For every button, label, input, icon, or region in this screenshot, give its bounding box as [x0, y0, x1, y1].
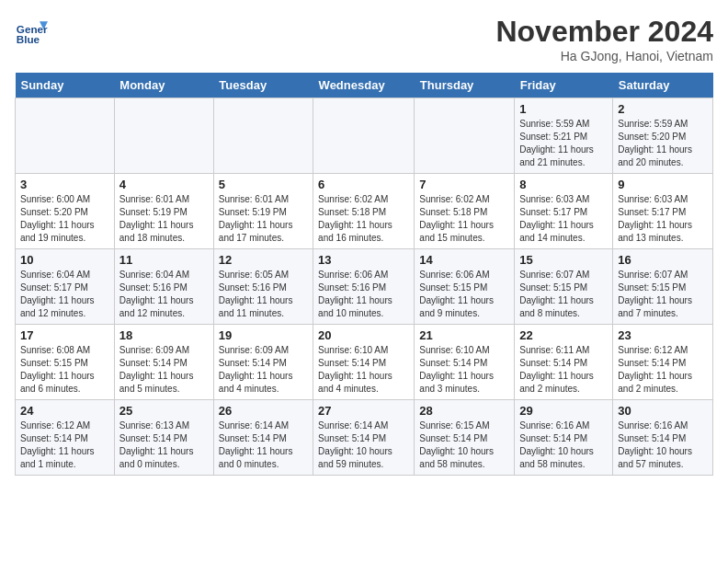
logo: General Blue: [15, 15, 48, 48]
day-info: Sunrise: 6:01 AM Sunset: 5:19 PM Dayligh…: [219, 193, 308, 245]
day-number: 9: [618, 178, 708, 191]
calendar-cell: 12Sunrise: 6:05 AM Sunset: 5:16 PM Dayli…: [213, 249, 313, 325]
day-number: 15: [519, 253, 608, 267]
day-info: Sunrise: 6:10 AM Sunset: 5:14 PM Dayligh…: [318, 344, 409, 396]
day-info: Sunrise: 6:04 AM Sunset: 5:16 PM Dayligh…: [119, 269, 209, 320]
weekday-header-saturday: Saturday: [613, 73, 713, 98]
day-number: 11: [119, 253, 209, 267]
calendar-cell: 25Sunrise: 6:13 AM Sunset: 5:14 PM Dayli…: [114, 400, 213, 476]
day-info: Sunrise: 6:08 AM Sunset: 5:15 PM Dayligh…: [20, 344, 109, 396]
day-number: 6: [318, 178, 409, 191]
day-info: Sunrise: 6:07 AM Sunset: 5:15 PM Dayligh…: [519, 269, 608, 320]
calendar-cell: 4Sunrise: 6:01 AM Sunset: 5:19 PM Daylig…: [114, 174, 213, 249]
day-number: 17: [20, 328, 109, 342]
day-number: 13: [318, 253, 409, 267]
day-number: 21: [419, 328, 509, 342]
day-info: Sunrise: 6:00 AM Sunset: 5:20 PM Dayligh…: [20, 193, 109, 245]
day-info: Sunrise: 6:07 AM Sunset: 5:15 PM Dayligh…: [618, 269, 708, 320]
calendar-cell: 22Sunrise: 6:11 AM Sunset: 5:14 PM Dayli…: [515, 325, 613, 400]
calendar-cell: 1Sunrise: 5:59 AM Sunset: 5:21 PM Daylig…: [515, 98, 613, 174]
day-number: 19: [219, 328, 308, 342]
calendar-cell: [16, 98, 115, 174]
calendar-cell: 13Sunrise: 6:06 AM Sunset: 5:16 PM Dayli…: [313, 249, 415, 325]
calendar-cell: 28Sunrise: 6:15 AM Sunset: 5:14 PM Dayli…: [415, 400, 515, 476]
day-info: Sunrise: 6:14 AM Sunset: 5:14 PM Dayligh…: [318, 419, 409, 471]
week-row-4: 17Sunrise: 6:08 AM Sunset: 5:15 PM Dayli…: [16, 325, 713, 400]
day-info: Sunrise: 6:12 AM Sunset: 5:14 PM Dayligh…: [20, 419, 109, 471]
weekday-header-monday: Monday: [114, 73, 213, 98]
logo-icon: General Blue: [15, 15, 48, 48]
day-number: 29: [519, 404, 608, 418]
calendar-cell: 6Sunrise: 6:02 AM Sunset: 5:18 PM Daylig…: [313, 174, 415, 249]
title-area: November 2024 Ha GJong, Hanoi, Vietnam: [495, 15, 713, 63]
calendar-cell: 18Sunrise: 6:09 AM Sunset: 5:14 PM Dayli…: [114, 325, 213, 400]
calendar-table: SundayMondayTuesdayWednesdayThursdayFrid…: [15, 73, 713, 476]
day-info: Sunrise: 6:05 AM Sunset: 5:16 PM Dayligh…: [219, 269, 308, 320]
calendar-cell: 21Sunrise: 6:10 AM Sunset: 5:14 PM Dayli…: [415, 325, 515, 400]
day-number: 8: [519, 178, 608, 191]
day-number: 12: [219, 253, 308, 267]
day-info: Sunrise: 6:03 AM Sunset: 5:17 PM Dayligh…: [519, 193, 608, 245]
day-number: 10: [20, 253, 109, 267]
day-number: 14: [419, 253, 509, 267]
calendar-cell: 29Sunrise: 6:16 AM Sunset: 5:14 PM Dayli…: [515, 400, 613, 476]
location-subtitle: Ha GJong, Hanoi, Vietnam: [495, 49, 713, 63]
day-number: 28: [419, 404, 509, 418]
weekday-header-friday: Friday: [515, 73, 613, 98]
week-row-3: 10Sunrise: 6:04 AM Sunset: 5:17 PM Dayli…: [16, 249, 713, 325]
calendar-cell: [114, 98, 213, 174]
weekday-header-tuesday: Tuesday: [213, 73, 313, 98]
month-title: November 2024: [495, 15, 713, 49]
calendar-cell: 15Sunrise: 6:07 AM Sunset: 5:15 PM Dayli…: [515, 249, 613, 325]
header: General Blue November 2024 Ha GJong, Han…: [15, 15, 713, 63]
calendar-cell: 8Sunrise: 6:03 AM Sunset: 5:17 PM Daylig…: [515, 174, 613, 249]
calendar-cell: 24Sunrise: 6:12 AM Sunset: 5:14 PM Dayli…: [16, 400, 115, 476]
calendar-cell: 14Sunrise: 6:06 AM Sunset: 5:15 PM Dayli…: [415, 249, 515, 325]
day-number: 23: [618, 328, 708, 342]
day-info: Sunrise: 6:02 AM Sunset: 5:18 PM Dayligh…: [318, 193, 409, 245]
day-info: Sunrise: 5:59 AM Sunset: 5:20 PM Dayligh…: [618, 118, 708, 169]
day-number: 30: [618, 404, 708, 418]
day-info: Sunrise: 6:02 AM Sunset: 5:18 PM Dayligh…: [419, 193, 509, 245]
day-number: 22: [519, 328, 608, 342]
calendar-cell: 3Sunrise: 6:00 AM Sunset: 5:20 PM Daylig…: [16, 174, 115, 249]
calendar-cell: 27Sunrise: 6:14 AM Sunset: 5:14 PM Dayli…: [313, 400, 415, 476]
day-info: Sunrise: 6:15 AM Sunset: 5:14 PM Dayligh…: [419, 419, 509, 471]
day-number: 1: [519, 102, 608, 116]
calendar-cell: 9Sunrise: 6:03 AM Sunset: 5:17 PM Daylig…: [613, 174, 713, 249]
day-info: Sunrise: 6:11 AM Sunset: 5:14 PM Dayligh…: [519, 344, 608, 396]
day-number: 3: [20, 178, 109, 191]
weekday-header-wednesday: Wednesday: [313, 73, 415, 98]
calendar-cell: 20Sunrise: 6:10 AM Sunset: 5:14 PM Dayli…: [313, 325, 415, 400]
calendar-cell: 2Sunrise: 5:59 AM Sunset: 5:20 PM Daylig…: [613, 98, 713, 174]
day-number: 4: [119, 178, 209, 191]
day-info: Sunrise: 6:06 AM Sunset: 5:16 PM Dayligh…: [318, 269, 409, 320]
day-number: 16: [618, 253, 708, 267]
day-info: Sunrise: 6:06 AM Sunset: 5:15 PM Dayligh…: [419, 269, 509, 320]
week-row-1: 1Sunrise: 5:59 AM Sunset: 5:21 PM Daylig…: [16, 98, 713, 174]
day-info: Sunrise: 6:12 AM Sunset: 5:14 PM Dayligh…: [618, 344, 708, 396]
day-info: Sunrise: 6:13 AM Sunset: 5:14 PM Dayligh…: [119, 419, 209, 471]
day-info: Sunrise: 6:10 AM Sunset: 5:14 PM Dayligh…: [419, 344, 509, 396]
day-info: Sunrise: 6:03 AM Sunset: 5:17 PM Dayligh…: [618, 193, 708, 245]
calendar-cell: 5Sunrise: 6:01 AM Sunset: 5:19 PM Daylig…: [213, 174, 313, 249]
day-info: Sunrise: 5:59 AM Sunset: 5:21 PM Dayligh…: [519, 118, 608, 169]
calendar-cell: 10Sunrise: 6:04 AM Sunset: 5:17 PM Dayli…: [16, 249, 115, 325]
day-number: 2: [618, 102, 708, 116]
day-info: Sunrise: 6:01 AM Sunset: 5:19 PM Dayligh…: [119, 193, 209, 245]
calendar-cell: [313, 98, 415, 174]
svg-text:Blue: Blue: [17, 33, 40, 45]
day-number: 25: [119, 404, 209, 418]
day-number: 26: [219, 404, 308, 418]
calendar-cell: 30Sunrise: 6:16 AM Sunset: 5:14 PM Dayli…: [613, 400, 713, 476]
weekday-header-row: SundayMondayTuesdayWednesdayThursdayFrid…: [16, 73, 713, 98]
day-info: Sunrise: 6:16 AM Sunset: 5:14 PM Dayligh…: [618, 419, 708, 471]
calendar-cell: 11Sunrise: 6:04 AM Sunset: 5:16 PM Dayli…: [114, 249, 213, 325]
day-info: Sunrise: 6:14 AM Sunset: 5:14 PM Dayligh…: [219, 419, 308, 471]
day-info: Sunrise: 6:04 AM Sunset: 5:17 PM Dayligh…: [20, 269, 109, 320]
week-row-5: 24Sunrise: 6:12 AM Sunset: 5:14 PM Dayli…: [16, 400, 713, 476]
week-row-2: 3Sunrise: 6:00 AM Sunset: 5:20 PM Daylig…: [16, 174, 713, 249]
calendar-cell: 17Sunrise: 6:08 AM Sunset: 5:15 PM Dayli…: [16, 325, 115, 400]
day-number: 24: [20, 404, 109, 418]
day-info: Sunrise: 6:16 AM Sunset: 5:14 PM Dayligh…: [519, 419, 608, 471]
